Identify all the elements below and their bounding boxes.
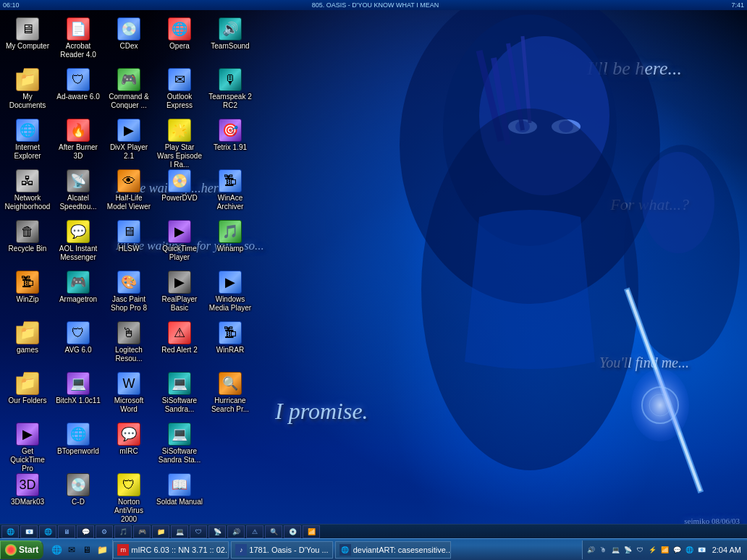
desktop-icon-sisoftware-sandra[interactable]: 💻SiSoftware Sandra... [155, 369, 204, 420]
tray-icon-6[interactable]: ⚡ [647, 544, 659, 556]
taskbar-mirc-window[interactable]: m mIRC 6.03 :: NN 3.71 :: 02... [113, 541, 229, 559]
desktop-icon-btopenworld[interactable]: 🌐BTopenworld [54, 420, 103, 470]
desktop-icon-realplayer-basic[interactable]: ▶RealPlayer Basic [155, 268, 204, 318]
taskbar-deviant-window[interactable]: 🌐 deviantART: casesensitive... [335, 541, 451, 559]
taskbar2-sound[interactable]: 🔊 [227, 525, 245, 538]
tray-icon-7[interactable]: 📶 [659, 544, 671, 556]
taskbar2-browser[interactable]: 🌐 [39, 525, 56, 538]
taskbar2-folder[interactable]: 📁 [152, 525, 169, 538]
taskbar2-net[interactable]: 📡 [208, 525, 226, 538]
ql-email[interactable]: ✉ [64, 543, 79, 557]
desktop-icon-red-alert-2[interactable]: ⚠Red Alert 2 [155, 318, 204, 369]
taskbar2-email[interactable]: 📧 [20, 525, 38, 538]
taskbar2-av[interactable]: 🛡 [190, 525, 207, 538]
desktop-icon-half-life-model-viewer[interactable]: 👁Half-Life Model Viewer [104, 166, 153, 217]
desktop-icon-tetrix-191[interactable]: 🎯Tetrix 1.91 [206, 116, 255, 166]
ql-folder[interactable]: 📁 [95, 543, 109, 557]
ql-desktop[interactable]: 🖥 [80, 543, 94, 557]
desktop-icon-our-folders[interactable]: 📁Our Folders [3, 369, 52, 420]
desktop-icon-outlook-express[interactable]: ✉Outlook Express [155, 65, 204, 116]
desktop-icon-soldat-manual[interactable]: 📖Soldat Manual [155, 470, 204, 521]
desktop-icon-c-d[interactable]: 💿C-D [54, 470, 103, 521]
taskbar2-game[interactable]: 🎮 [133, 525, 151, 538]
desktop-icon-avg-60[interactable]: 🛡AVG 6.0 [54, 318, 103, 369]
tray-icon-4[interactable]: 📡 [622, 544, 634, 556]
taskbar2-cd[interactable]: 💿 [284, 525, 301, 538]
taskbar2-search[interactable]: 🔍 [265, 525, 282, 538]
desktop-icon-play-star-wars-episode-i-ra[interactable]: 🌟Play Star Wars Episode I Ra... [155, 116, 204, 166]
taskbar-open-windows: m mIRC 6.03 :: NN 3.71 :: 02... ♪ 1781. … [113, 541, 581, 559]
icon-label-11: After Burner 3D [55, 143, 101, 161]
taskbar2-music[interactable]: 🎵 [114, 525, 132, 538]
start-button[interactable]: Start [0, 540, 43, 559]
desktop-icon-network-neighborhood[interactable]: 🖧Network Neighborhood [3, 166, 52, 217]
desktop-icon-my-computer[interactable]: 🖥My Computer [3, 14, 52, 65]
desktop-icon-microsoft-word[interactable]: WMicrosoft Word [104, 369, 153, 420]
desktop-icon-quicktime-player[interactable]: ▶QuickTime Player [155, 217, 204, 268]
desktop-icon-alcatel-speedtou[interactable]: 📡Alcatel Speedtou... [54, 166, 103, 217]
taskbar-oasis-window[interactable]: ♪ 1781. Oasis - D'You ... [231, 541, 332, 559]
desktop-icon-bitchx-10c11[interactable]: 💻BitchX 1.0c11 [54, 369, 103, 420]
desktop-icon-recycle-bin[interactable]: 🗑Recycle Bin [3, 217, 52, 268]
icon-image-21: 💬 [67, 220, 90, 243]
desktop-icon-winrar[interactable]: 🗜WinRAR [206, 318, 255, 369]
desktop-icon-teamspeak-2-rc2[interactable]: 🎙Teamspeak 2 RC2 [206, 65, 255, 116]
taskbar2-settings[interactable]: ⚙ [96, 525, 113, 538]
icon-label-25: WinZip [16, 295, 38, 304]
desktop-icon-games[interactable]: 📁games [3, 318, 52, 369]
desktop-icon-hurricane-search-pr[interactable]: 🔍Hurricane Search Pr... [206, 369, 255, 420]
desktop-icon-my-documents[interactable]: 📁My Documents [3, 65, 52, 116]
desktop-icon-divx-player-21[interactable]: ▶DivX Player 2.1 [104, 116, 153, 166]
desktop-icon-ad-aware-60[interactable]: 🛡Ad-aware 6.0 [54, 65, 103, 116]
icon-image-15: 🖧 [16, 169, 39, 192]
desktop-icon-command--conquer-[interactable]: 🎮Command & Conquer ... [104, 65, 153, 116]
taskbar2-desktop[interactable]: 🖥 [58, 525, 75, 538]
tray-icon-1[interactable]: 🔊 [586, 544, 597, 556]
desktop-icon-winace-archiver[interactable]: 🗜WinAce Archiver [206, 166, 255, 217]
taskbar2-chat[interactable]: 💬 [77, 525, 94, 538]
desktop-icon-windows-media-player[interactable]: ▶Windows Media Player [206, 268, 255, 318]
desktop-icon-teamsound[interactable]: 🔊TeamSound [206, 14, 255, 65]
desktop-icon-3dmark03[interactable]: 3D3DMark03 [3, 470, 52, 521]
desktop-icon-mirc[interactable]: 💬mIRC [104, 420, 153, 470]
start-orb-icon [5, 544, 17, 556]
desktop-icon-logitech-resou[interactable]: 🖱Logitech Resou... [104, 318, 153, 369]
icon-image-38: 💻 [168, 372, 191, 395]
desktop-icon-winzip[interactable]: 🗜WinZip [3, 268, 52, 318]
desktop-icon-cdex[interactable]: 💿CDex [104, 14, 153, 65]
desktop-icon-aol-instant-messenger[interactable]: 💬AOL Instant Messenger [54, 217, 103, 268]
icon-label-40: Get QuickTime Pro [4, 447, 51, 473]
tray-icon-5[interactable]: 🛡 [635, 544, 646, 556]
icon-label-41: BTopenworld [57, 447, 99, 456]
taskbar2-ie[interactable]: 🌐 [1, 525, 19, 538]
title-bar: 06:10 805. OASIS - D'YOU KNOW WHAT I MEA… [0, 0, 747, 10]
music-icon-tb: 🎵 [118, 527, 128, 537]
icon-label-38: SiSoftware Sandra... [156, 396, 203, 414]
desktop-icon-get-quicktime-pro[interactable]: ▶Get QuickTime Pro [3, 420, 52, 470]
desktop-icon-powerdvd[interactable]: 📀PowerDVD [155, 166, 204, 217]
desktop-icon-sisoftware-sandra-sta[interactable]: 💻SiSoftware Sandra Sta... [155, 420, 204, 470]
desktop-icon-norton-antivirus-2000[interactable]: 🛡Norton AntiVirus 2000 [104, 470, 153, 521]
tray-icon-10[interactable]: 📧 [696, 544, 708, 556]
tray-icon-9[interactable]: 🌐 [684, 544, 696, 556]
taskbar2-wifi[interactable]: 📶 [303, 525, 320, 538]
taskbar2-pc[interactable]: 💻 [171, 525, 188, 538]
icon-image-31: 🛡 [67, 321, 90, 344]
taskbar2-warn[interactable]: ⚠ [246, 525, 263, 538]
desktop-icon-winamp[interactable]: 🎵Winamp [206, 217, 255, 268]
desktop-icons-grid: 🖥My Computer📄Acrobat Reader 4.0💿CDex🌐Ope… [0, 12, 275, 525]
desktop-icon-hlsw[interactable]: 🖥HLSW [104, 217, 153, 268]
tray-icon-8[interactable]: 💬 [672, 544, 683, 556]
icon-image-19: 🗜 [219, 169, 242, 192]
tray-icon-2[interactable]: 🖱 [598, 544, 609, 556]
icon-label-18: PowerDVD [161, 194, 197, 203]
desktop-icon-acrobat-reader-40[interactable]: 📄Acrobat Reader 4.0 [54, 14, 103, 65]
desktop-icon-after-burner-3d[interactable]: 🔥After Burner 3D [54, 116, 103, 166]
icon-image-23: ▶ [168, 220, 191, 243]
desktop-icon-internet-explorer[interactable]: 🌐Internet Explorer [3, 116, 52, 166]
ql-browser[interactable]: 🌐 [49, 543, 64, 557]
desktop-icon-opera[interactable]: 🌐Opera [155, 14, 204, 65]
desktop-icon-jasc-paint-shop-pro-8[interactable]: 🎨Jasc Paint Shop Pro 8 [104, 268, 153, 318]
desktop-icon-armagetron[interactable]: 🎮Armagetron [54, 268, 103, 318]
tray-icon-3[interactable]: 💻 [610, 544, 622, 556]
